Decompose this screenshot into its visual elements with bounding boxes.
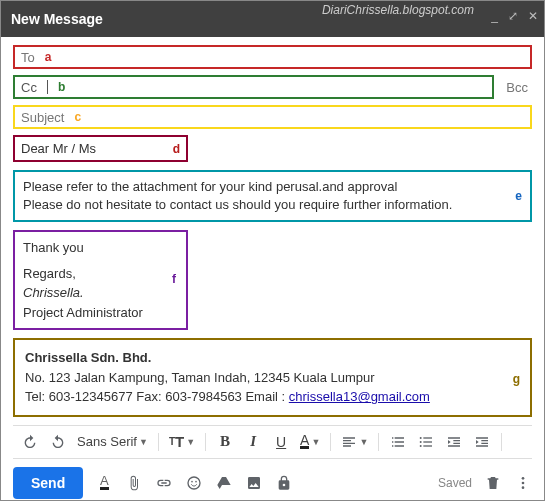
svg-point-2 xyxy=(420,445,422,447)
signature-contact-prefix: Tel: 603-12345677 Fax: 603-7984563 Email… xyxy=(25,389,289,404)
close-icon[interactable]: ✕ xyxy=(528,9,538,23)
svg-point-7 xyxy=(522,482,525,485)
to-field[interactable]: To a xyxy=(13,45,532,69)
body-line2: Please do not hesitate to contact us sho… xyxy=(23,196,452,214)
insert-photo-button[interactable] xyxy=(245,473,263,493)
expand-icon[interactable]: ⤢ xyxy=(508,9,518,23)
svg-point-5 xyxy=(195,481,197,483)
signature-address: No. 123 Jalan Kampung, Taman Indah, 1234… xyxy=(25,368,520,388)
body-text: Please refer to the attachment for your … xyxy=(23,178,452,214)
greeting-text: Dear Mr / Ms xyxy=(21,141,96,156)
subject-field[interactable]: Subject c xyxy=(13,105,532,129)
window-title: New Message xyxy=(11,11,103,27)
to-label: To xyxy=(21,50,35,65)
compose-body: To a Cc b Bcc Subject c Dear Mr / Ms d xyxy=(1,37,544,417)
closing-thankyou: Thank you xyxy=(23,238,178,258)
align-button[interactable]: ▼ xyxy=(341,432,368,452)
svg-point-3 xyxy=(188,477,200,489)
saved-status: Saved xyxy=(438,476,472,490)
body-line1: Please refer to the attachment for your … xyxy=(23,178,452,196)
underline-button[interactable]: U xyxy=(272,432,290,452)
text-cursor xyxy=(47,80,48,94)
undo-button[interactable] xyxy=(21,432,39,452)
font-family-select[interactable]: Sans Serif▼ xyxy=(77,432,148,452)
bold-button[interactable]: B xyxy=(216,432,234,452)
annotation-c: c xyxy=(74,110,81,124)
discard-button[interactable] xyxy=(484,473,502,493)
annotation-a: a xyxy=(45,50,52,64)
italic-button[interactable]: I xyxy=(244,432,262,452)
compose-window: New Message DiariChrissella.blogspot.com… xyxy=(0,0,545,501)
more-options-button[interactable] xyxy=(514,473,532,493)
cc-field[interactable]: Cc b xyxy=(13,75,494,99)
annotation-g: g xyxy=(513,370,520,388)
minimize-icon[interactable]: _ xyxy=(491,9,498,23)
titlebar: New Message DiariChrissella.blogspot.com… xyxy=(1,1,544,37)
signature-box[interactable]: Chrissella Sdn. Bhd. No. 123 Jalan Kampu… xyxy=(13,338,532,417)
redo-button[interactable] xyxy=(49,432,67,452)
svg-point-4 xyxy=(191,481,193,483)
closing-box[interactable]: Thank you Regards, Chrissella. Project A… xyxy=(13,230,188,330)
insert-link-button[interactable] xyxy=(155,473,173,493)
insert-drive-button[interactable] xyxy=(215,473,233,493)
format-toolbar: Sans Serif▼ TT▼ B I U A▼ ▼ xyxy=(13,425,532,459)
svg-point-6 xyxy=(522,477,525,480)
cc-label: Cc xyxy=(21,80,37,95)
annotation-b: b xyxy=(58,80,65,94)
closing-name: Chrissella. xyxy=(23,283,178,303)
formatting-options-button[interactable]: A xyxy=(95,473,113,493)
watermark: DiariChrissella.blogspot.com xyxy=(322,3,474,17)
closing-role: Project Administrator xyxy=(23,303,178,323)
indent-less-button[interactable] xyxy=(445,432,463,452)
svg-point-8 xyxy=(522,486,525,489)
send-button[interactable]: Send xyxy=(13,467,83,499)
annotation-f: f xyxy=(172,270,176,288)
chevron-down-icon: ▼ xyxy=(359,437,368,447)
chevron-down-icon: ▼ xyxy=(311,437,320,447)
chevron-down-icon: ▼ xyxy=(186,437,195,447)
body-box[interactable]: Please refer to the attachment for your … xyxy=(13,170,532,222)
chevron-down-icon: ▼ xyxy=(139,437,148,447)
insert-emoji-button[interactable] xyxy=(185,473,203,493)
bottom-bar: Send A Saved xyxy=(1,459,544,501)
annotation-e: e xyxy=(515,188,522,205)
closing-regards: Regards, xyxy=(23,264,178,284)
signature-contact: Tel: 603-12345677 Fax: 603-7984563 Email… xyxy=(25,387,520,407)
bcc-button[interactable]: Bcc xyxy=(502,80,532,95)
confidential-mode-button[interactable] xyxy=(275,473,293,493)
greeting-box[interactable]: Dear Mr / Ms d xyxy=(13,135,188,162)
svg-point-1 xyxy=(420,441,422,443)
bulleted-list-button[interactable] xyxy=(417,432,435,452)
svg-point-0 xyxy=(420,437,422,439)
font-size-select[interactable]: TT▼ xyxy=(169,432,195,452)
annotation-d: d xyxy=(173,142,180,156)
text-color-button[interactable]: A▼ xyxy=(300,432,320,452)
signature-company: Chrissella Sdn. Bhd. xyxy=(25,348,520,368)
attach-file-button[interactable] xyxy=(125,473,143,493)
window-controls: _ ⤢ ✕ xyxy=(491,9,538,23)
subject-label: Subject xyxy=(21,110,64,125)
indent-more-button[interactable] xyxy=(473,432,491,452)
signature-email-link[interactable]: chrissella13@gmail.com xyxy=(289,389,430,404)
numbered-list-button[interactable] xyxy=(389,432,407,452)
